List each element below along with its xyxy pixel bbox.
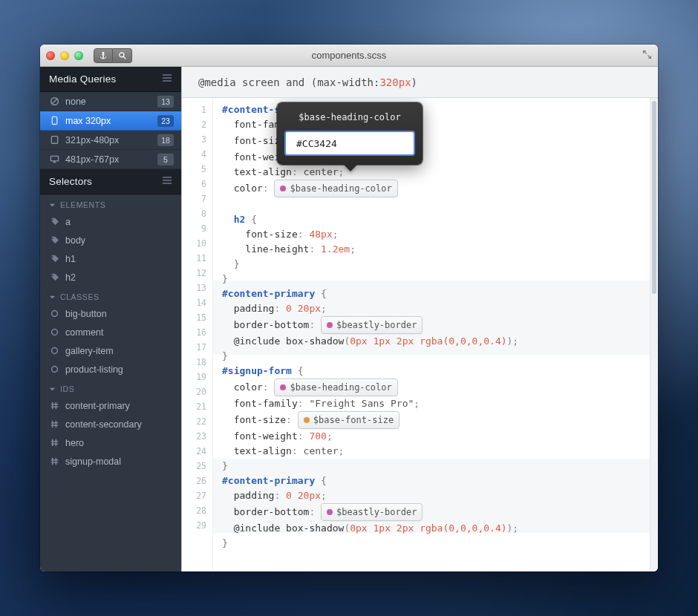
- tag-icon: [49, 217, 59, 227]
- selector-item[interactable]: content-secondary: [40, 415, 181, 433]
- code-line[interactable]: border-bottom: $beastly-border: [222, 316, 650, 334]
- variable-pill[interactable]: $beastly-border: [321, 316, 423, 334]
- media-query-item[interactable]: 481px-767px 5: [40, 150, 181, 169]
- selector-item[interactable]: hero: [40, 433, 181, 452]
- selector-label: gallery-item: [65, 346, 114, 356]
- selector-item[interactable]: h2: [40, 268, 181, 286]
- code-line[interactable]: padding: 0 20px;: [222, 301, 650, 316]
- toolbar: [94, 48, 132, 63]
- anchor-button[interactable]: [94, 48, 113, 63]
- section-title-ids[interactable]: IDs: [40, 379, 181, 396]
- selector-item[interactable]: content-primary: [40, 396, 181, 415]
- code-line[interactable]: h2 {: [222, 212, 650, 227]
- code-line[interactable]: font-size: 48px;: [222, 227, 650, 242]
- media-query-label: none: [65, 96, 151, 107]
- selector-label: body: [65, 235, 85, 246]
- hash-icon: [49, 401, 59, 411]
- code-line[interactable]: font-size: $base-font-size: [222, 411, 650, 429]
- selectors-header[interactable]: Selectors: [40, 169, 181, 194]
- tablet-icon: [49, 135, 59, 145]
- code-line[interactable]: color: $base-heading-color: [222, 379, 650, 396]
- code-line[interactable]: }: [222, 349, 650, 364]
- code-line[interactable]: #signup-form {: [222, 364, 650, 379]
- minimize-window-button[interactable]: [60, 51, 69, 60]
- fullscreen-button[interactable]: [642, 49, 652, 62]
- code-line[interactable]: @include box-shadow(0px 1px 2px rgba(0,0…: [222, 521, 650, 536]
- code-line[interactable]: text-align: center;: [222, 165, 650, 180]
- code-line[interactable]: }: [222, 272, 650, 286]
- count-badge: 13: [157, 96, 174, 108]
- code-editor[interactable]: 1234567891011121314151617181920212223242…: [182, 98, 658, 571]
- chevron-down-icon: [49, 386, 56, 393]
- code-line[interactable]: @include box-shadow(0px 1px 2px rgba(0,0…: [222, 334, 650, 349]
- selector-label: h2: [65, 272, 76, 283]
- count-badge: 5: [157, 154, 174, 166]
- selector-label: h1: [65, 254, 76, 264]
- main-panel: @media screen and (max-width: 320px) 123…: [181, 67, 658, 571]
- selector-item[interactable]: signup-modal: [40, 452, 181, 471]
- media-queries-header[interactable]: Media Queries: [40, 67, 181, 92]
- media-query-item[interactable]: none 13: [40, 92, 181, 111]
- variable-pill[interactable]: $base-heading-color: [274, 180, 397, 197]
- code-line[interactable]: }: [222, 257, 650, 272]
- context-suffix: ): [411, 76, 417, 88]
- section-title-elements[interactable]: ELEMENTS: [40, 194, 181, 212]
- selector-label: comment: [65, 327, 103, 338]
- selector-item[interactable]: gallery-item: [40, 341, 181, 360]
- code-line[interactable]: text-align: center;: [222, 444, 650, 459]
- circle-icon: [49, 364, 59, 375]
- hash-icon: [49, 438, 59, 448]
- media-query-item[interactable]: max 320px 23: [40, 111, 181, 131]
- titlebar[interactable]: components.scss: [40, 45, 658, 67]
- svg-point-10: [52, 237, 53, 239]
- code-area[interactable]: $base-heading-color #content-secondary {…: [213, 98, 650, 571]
- code-line[interactable]: padding: 0 20px;: [222, 488, 650, 503]
- section-title-classes[interactable]: CLASSES: [40, 286, 181, 304]
- search-icon: [118, 51, 127, 60]
- zoom-window-button[interactable]: [74, 51, 83, 60]
- media-queries-list: none 13 max 320px 23 321px-480px 18 481p…: [40, 92, 181, 169]
- menu-icon[interactable]: [162, 176, 172, 187]
- selector-item[interactable]: body: [40, 231, 181, 249]
- variable-pill[interactable]: $base-heading-color: [274, 379, 397, 396]
- close-window-button[interactable]: [46, 51, 55, 60]
- code-line[interactable]: font-family: "Freight Sans Pro";: [222, 396, 650, 411]
- code-line[interactable]: #content-primary {: [222, 474, 650, 488]
- code-line[interactable]: font-weight: 700;: [222, 429, 650, 444]
- color-hex-input[interactable]: [296, 138, 422, 149]
- search-button[interactable]: [113, 48, 132, 63]
- selector-item[interactable]: big-button: [40, 304, 181, 323]
- vertical-scrollbar[interactable]: [650, 98, 658, 571]
- code-line[interactable]: line-height: 1.2em;: [222, 242, 650, 257]
- popover-title: $base-heading-color: [284, 110, 415, 125]
- code-line[interactable]: }: [222, 459, 650, 474]
- selectors-panel: ELEMENTSabodyh1h2CLASSESbig-buttoncommen…: [40, 194, 181, 471]
- variable-pill[interactable]: $base-font-size: [298, 411, 399, 429]
- chevron-down-icon: [49, 202, 56, 209]
- code-line[interactable]: }: [222, 536, 650, 551]
- menu-icon[interactable]: [162, 73, 172, 85]
- selector-item[interactable]: comment: [40, 323, 181, 341]
- line-gutter: 1234567891011121314151617181920212223242…: [182, 98, 213, 571]
- variable-pill[interactable]: $beastly-border: [321, 503, 423, 521]
- code-line[interactable]: [222, 197, 650, 212]
- code-line[interactable]: #content-primary {: [222, 286, 650, 301]
- selector-item[interactable]: h1: [40, 249, 181, 268]
- count-badge: 23: [157, 115, 174, 127]
- svg-line-3: [51, 99, 56, 104]
- media-query-item[interactable]: 321px-480px 18: [40, 131, 181, 150]
- code-line[interactable]: color: $base-heading-color: [222, 180, 650, 197]
- expand-icon: [642, 50, 652, 59]
- selector-item[interactable]: product-listing: [40, 360, 181, 379]
- selector-item[interactable]: a: [40, 212, 181, 231]
- selector-label: big-button: [65, 309, 107, 319]
- svg-point-13: [51, 311, 57, 317]
- none-icon: [49, 96, 59, 106]
- code-line[interactable]: border-bottom: $beastly-border: [222, 503, 650, 521]
- selector-label: content-secondary: [65, 419, 142, 430]
- scroll-thumb[interactable]: [652, 101, 656, 294]
- svg-rect-8: [50, 156, 58, 161]
- color-input-field[interactable]: [284, 131, 415, 156]
- media-query-label: 321px-480px: [65, 135, 151, 145]
- sidebar: Media Queries none 13 max 320px 23 321px…: [40, 67, 181, 571]
